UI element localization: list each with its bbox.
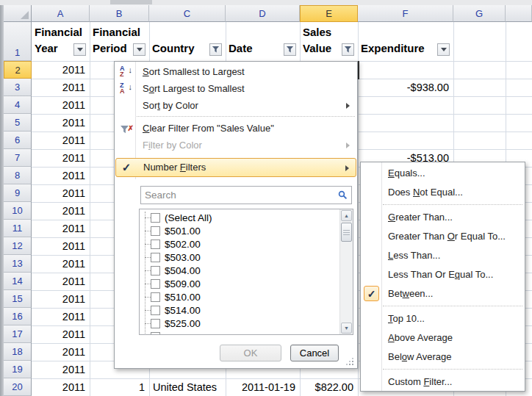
checkbox[interactable] bbox=[151, 226, 160, 236]
row-header-7[interactable]: 7 bbox=[4, 149, 32, 167]
column-header-C[interactable]: C bbox=[149, 5, 226, 22]
submenu-item-greater-than[interactable]: Greater Than... bbox=[362, 208, 524, 227]
cell-F3[interactable]: -$938.00 bbox=[358, 79, 453, 96]
submenu-item-greater-than-or-equal-to[interactable]: Greater Than Or Equal To... bbox=[362, 227, 524, 246]
submenu-item-above-average[interactable]: Above Average bbox=[362, 328, 524, 348]
checkbox[interactable] bbox=[151, 292, 160, 302]
row-header-16[interactable]: 16 bbox=[4, 308, 32, 325]
search-input[interactable] bbox=[141, 190, 338, 201]
cell-A20[interactable]: 2011 bbox=[32, 378, 90, 396]
filter-button-sales-value[interactable] bbox=[342, 43, 354, 56]
filter-value-item[interactable]: $501.00 bbox=[141, 224, 325, 237]
filter-button-financial-year[interactable] bbox=[73, 43, 86, 56]
row-header-8[interactable]: 8 bbox=[4, 167, 32, 184]
filter-value-item[interactable]: $514.00 bbox=[141, 303, 325, 317]
row-header-2[interactable]: 2 bbox=[4, 61, 32, 79]
filter-value-item[interactable]: $510.00 bbox=[141, 290, 325, 303]
column-header-G[interactable]: G bbox=[453, 5, 506, 22]
checkbox[interactable] bbox=[151, 319, 160, 328]
column-header-B[interactable]: B bbox=[90, 5, 149, 22]
submenu-item-less-than[interactable]: Less Than... bbox=[362, 246, 524, 265]
list-scrollbar[interactable]: ▲ ▼ bbox=[339, 209, 353, 334]
cell-A4[interactable]: 2011 bbox=[32, 96, 90, 114]
cancel-button[interactable]: Cancel bbox=[290, 345, 339, 361]
cell-A18[interactable]: 2011 bbox=[32, 343, 90, 361]
row-header-9[interactable]: 9 bbox=[4, 184, 32, 202]
cell-B20[interactable]: 1 bbox=[90, 378, 149, 396]
filter-value-item[interactable]: (Select All) bbox=[141, 211, 325, 224]
filter-value-item[interactable]: $503.00 bbox=[141, 251, 325, 264]
column-header-A[interactable]: A bbox=[32, 5, 90, 22]
submenu-item-equals[interactable]: Equals... bbox=[362, 164, 524, 183]
submenu-item-below-average[interactable]: Below Average bbox=[362, 348, 524, 367]
menu-item-sort-smallest-to-largest[interactable]: AZ↓Sort Smallest to Largest bbox=[115, 63, 356, 80]
submenu-item-top-10[interactable]: Top 10... bbox=[362, 309, 524, 328]
submenu-item-between[interactable]: ✓Between... bbox=[362, 284, 524, 303]
submenu-item-less-than-or-equal-to[interactable]: Less Than Or Equal To... bbox=[362, 265, 524, 284]
cell-C20[interactable]: United States bbox=[149, 378, 226, 396]
cell-A13[interactable]: 2011 bbox=[32, 255, 90, 273]
scroll-down-button[interactable]: ▼ bbox=[341, 323, 352, 334]
filter-value-item[interactable]: $502.00 bbox=[141, 237, 325, 251]
cell-A5[interactable]: 2011 bbox=[32, 114, 90, 132]
checkbox[interactable] bbox=[151, 240, 160, 249]
submenu-item-custom-filter[interactable]: Custom Filter... bbox=[362, 372, 524, 392]
filter-button-date[interactable] bbox=[284, 43, 296, 56]
column-header-partial[interactable] bbox=[506, 5, 532, 22]
scroll-thumb[interactable] bbox=[341, 223, 352, 242]
row-header-13[interactable]: 13 bbox=[4, 255, 32, 273]
menu-item-filter-by-color[interactable]: Filter by Color bbox=[115, 137, 356, 154]
filter-value-item[interactable]: $525.00 bbox=[141, 317, 325, 330]
checkbox[interactable] bbox=[151, 253, 160, 262]
row-header-15[interactable]: 15 bbox=[4, 290, 32, 308]
filter-value-item[interactable]: $504.00 bbox=[141, 264, 325, 277]
checkbox[interactable] bbox=[151, 266, 160, 276]
row-header-10[interactable]: 10 bbox=[4, 202, 32, 220]
cell-A17[interactable]: 2011 bbox=[32, 325, 90, 343]
cell-A9[interactable]: 2011 bbox=[32, 184, 90, 202]
row-header-19[interactable]: 19 bbox=[4, 361, 32, 378]
row-header-6[interactable]: 6 bbox=[4, 132, 32, 149]
cell-A14[interactable]: 2011 bbox=[32, 273, 90, 290]
row-header-14[interactable]: 14 bbox=[4, 273, 32, 290]
checkbox[interactable] bbox=[151, 279, 160, 289]
cell-A16[interactable]: 2011 bbox=[32, 308, 90, 325]
ok-button[interactable]: OK bbox=[220, 345, 281, 361]
checkbox[interactable] bbox=[151, 306, 160, 315]
select-all-corner[interactable] bbox=[4, 5, 32, 22]
row-header-11[interactable]: 11 bbox=[4, 220, 32, 237]
row-header-18[interactable]: 18 bbox=[4, 343, 32, 361]
cell-A3[interactable]: 2011 bbox=[32, 79, 90, 96]
cell-A8[interactable]: 2011 bbox=[32, 167, 90, 184]
row-header-17[interactable]: 17 bbox=[4, 325, 32, 343]
column-header-E[interactable]: E bbox=[300, 5, 358, 22]
menu-item-sort-by-color[interactable]: Sort by Color bbox=[115, 97, 356, 114]
filter-button-country[interactable] bbox=[209, 43, 222, 56]
cell-A6[interactable]: 2011 bbox=[32, 132, 90, 149]
submenu-item-does-not-equal[interactable]: Does Not Equal... bbox=[362, 183, 524, 202]
cell-A7[interactable]: 2011 bbox=[32, 149, 90, 167]
row-header-4[interactable]: 4 bbox=[4, 96, 32, 114]
filter-value-item[interactable]: $509.00 bbox=[141, 277, 325, 290]
row-header-3[interactable]: 3 bbox=[4, 79, 32, 96]
cell-A11[interactable]: 2011 bbox=[32, 220, 90, 237]
row-header-20[interactable]: 20 bbox=[4, 378, 32, 396]
row-header-5[interactable]: 5 bbox=[4, 114, 32, 132]
cell-A15[interactable]: 2011 bbox=[32, 290, 90, 308]
column-header-F[interactable]: F bbox=[358, 5, 453, 22]
row-header-12[interactable]: 12 bbox=[4, 237, 32, 255]
row-header-1[interactable]: 1 bbox=[4, 22, 32, 61]
cell-D20[interactable]: 2011-01-19 bbox=[226, 378, 300, 396]
menu-item-number-filters[interactable]: ✓Number Filters bbox=[115, 158, 356, 177]
cell-A2[interactable]: 2011 bbox=[32, 61, 90, 79]
filter-values-list[interactable]: (Select All)$501.00$502.00$503.00$504.00… bbox=[139, 209, 353, 335]
resize-grip[interactable] bbox=[345, 357, 354, 366]
menu-item-sort-largest-to-smallest[interactable]: ZA↓Sort Largest to Smallest bbox=[115, 80, 356, 97]
scroll-up-button[interactable]: ▲ bbox=[341, 210, 352, 221]
filter-button-financial-period[interactable] bbox=[133, 43, 145, 56]
cell-E20[interactable]: $822.00 bbox=[300, 378, 358, 396]
checkbox[interactable] bbox=[151, 213, 160, 223]
cell-A10[interactable]: 2011 bbox=[32, 202, 90, 220]
column-header-D[interactable]: D bbox=[226, 5, 300, 22]
menu-item-clear-filter-from-sales-value[interactable]: ✗Clear Filter From "Sales Value" bbox=[115, 120, 356, 137]
